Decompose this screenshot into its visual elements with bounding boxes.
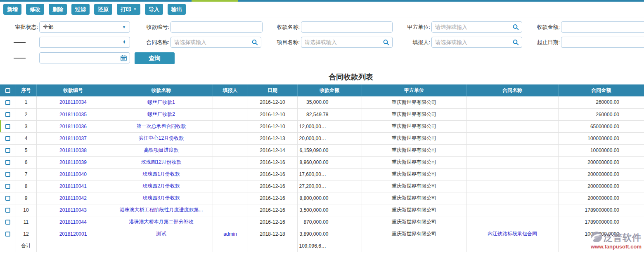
date: 2016-12-16 bbox=[248, 180, 297, 192]
receipt-code-link[interactable]: 2018110043 bbox=[59, 207, 87, 213]
row-checkbox[interactable] bbox=[5, 136, 10, 141]
receipt-name-link[interactable]: 高铁项目进度款 bbox=[144, 147, 179, 153]
date-range-input[interactable] bbox=[561, 37, 644, 48]
row-checkbox[interactable] bbox=[5, 184, 10, 189]
toolbar-export-button[interactable]: 输出 bbox=[168, 4, 186, 15]
receipt-name-link[interactable]: 玫瑰园2月份收款 bbox=[142, 183, 180, 189]
row-select-cell[interactable] bbox=[0, 216, 16, 228]
receipt-code-link[interactable]: 2018110044 bbox=[59, 219, 87, 225]
select-all-checkbox[interactable] bbox=[5, 88, 10, 93]
party-a-input[interactable] bbox=[431, 21, 522, 33]
approval-status-select[interactable]: 全部 ▼ bbox=[39, 21, 130, 33]
toolbar-restore-button[interactable]: 还原 bbox=[94, 4, 112, 15]
search-icon[interactable] bbox=[513, 39, 519, 45]
stepper-arrows-icon[interactable]: ▲▼ bbox=[123, 40, 126, 45]
receipt-code-link[interactable]: 2018120001 bbox=[59, 231, 87, 237]
row-checkbox[interactable] bbox=[5, 100, 10, 105]
row-select-cell[interactable] bbox=[0, 156, 16, 168]
row-select-cell[interactable] bbox=[0, 96, 16, 108]
search-icon[interactable] bbox=[513, 24, 519, 30]
party-a-unit: 重庆新世界有限公司 bbox=[362, 96, 466, 108]
date: 2016-12-16 bbox=[248, 168, 297, 180]
party-a-unit: 重庆新世界有限公司 bbox=[362, 204, 466, 216]
toolbar-button-label: 新增 bbox=[7, 6, 18, 13]
filler-link[interactable]: admin bbox=[223, 231, 237, 237]
receipt-amount: 8,960,000.00 bbox=[297, 156, 362, 168]
approval-status-label: 审批状态: bbox=[9, 23, 38, 31]
row-select-cell[interactable] bbox=[0, 120, 16, 132]
row-checkbox[interactable] bbox=[5, 172, 10, 177]
toolbar-add-button[interactable]: 新增 bbox=[3, 4, 21, 15]
search-icon[interactable] bbox=[252, 39, 258, 45]
row-select-cell[interactable] bbox=[0, 204, 16, 216]
row-checkbox[interactable] bbox=[5, 112, 10, 117]
row-select-cell[interactable] bbox=[0, 108, 16, 120]
receipt-name-link[interactable]: 第一次总承包合同收款 bbox=[137, 123, 186, 129]
row-select-cell[interactable] bbox=[0, 144, 16, 156]
row-select-cell[interactable] bbox=[0, 132, 16, 144]
toolbar-delete-button[interactable]: 删除 bbox=[49, 4, 67, 15]
receipt-code-link[interactable]: 2018110034 bbox=[59, 99, 87, 105]
date-input[interactable] bbox=[39, 52, 130, 63]
row-checkbox[interactable] bbox=[5, 208, 10, 213]
date: 2016-12-16 bbox=[248, 156, 297, 168]
receipt-code-link[interactable]: 2018110038 bbox=[59, 148, 87, 153]
contract-name-link[interactable]: 内江铁路标段承包合同 bbox=[488, 231, 537, 237]
receipt-code-link[interactable]: 2018110036 bbox=[59, 124, 87, 129]
filler bbox=[213, 96, 248, 108]
row-checkbox[interactable] bbox=[5, 160, 10, 165]
receipt-name-link[interactable]: 玫瑰园1月份收款 bbox=[142, 171, 180, 177]
row-checkbox[interactable] bbox=[5, 196, 10, 201]
toolbar-print-button[interactable]: 打印▼ bbox=[117, 4, 140, 15]
receipt-name: 港珠澳大桥工程阶段性月度进度款第... bbox=[110, 204, 213, 216]
amount-spinner-input[interactable] bbox=[39, 37, 130, 48]
receipt-name-link[interactable]: 螺丝厂收款1 bbox=[147, 99, 175, 105]
receipt-name: 玫瑰园12月份收款 bbox=[110, 156, 213, 168]
table-row: 82018110041玫瑰园2月份收款2016-12-1627,200,000.… bbox=[0, 180, 644, 192]
toolbar-button-label: 修改 bbox=[30, 6, 40, 13]
receipt-name: 滨江中心12月份收款 bbox=[110, 132, 213, 144]
project-name-input[interactable] bbox=[301, 37, 393, 48]
receipt-code-link[interactable]: 2018110037 bbox=[59, 136, 87, 141]
receipt-code-link[interactable]: 2018110039 bbox=[59, 159, 87, 165]
receipt-name-link[interactable]: 港珠澳大桥工程阶段性月度进度款第... bbox=[119, 207, 203, 213]
select-all-header[interactable] bbox=[0, 84, 16, 96]
receipt-name-link[interactable]: 玫瑰园3月份收款 bbox=[142, 195, 180, 201]
receipt-code-link[interactable]: 2018110042 bbox=[59, 195, 87, 201]
party-a-label: 甲方单位: bbox=[401, 23, 430, 31]
receipt-code-link[interactable]: 2018110040 bbox=[59, 171, 87, 177]
toolbar-filter-button[interactable]: 过滤 bbox=[71, 4, 90, 15]
row-index: 6 bbox=[16, 156, 36, 168]
row-checkbox[interactable] bbox=[5, 148, 10, 153]
row-checkbox[interactable] bbox=[5, 232, 10, 237]
receipt-name-input[interactable] bbox=[301, 21, 393, 33]
receipt-amount-label: 收款金额: bbox=[531, 23, 560, 31]
contract-name-input[interactable] bbox=[170, 37, 261, 48]
query-button[interactable]: 查询 bbox=[135, 52, 175, 64]
row-checkbox[interactable] bbox=[5, 220, 10, 225]
toolbar-button-label: 删除 bbox=[52, 6, 63, 13]
receipt-no-input[interactable] bbox=[170, 21, 263, 33]
receipt-name-link[interactable]: 滨江中心12月份收款 bbox=[139, 135, 184, 141]
filler-input[interactable] bbox=[431, 37, 522, 48]
row-index: 5 bbox=[16, 144, 36, 156]
toolbar-import-button[interactable]: 导入 bbox=[145, 4, 163, 15]
row-select-cell[interactable] bbox=[0, 180, 16, 192]
receipt-name-link[interactable]: 港珠澳大桥本月第二部分补收 bbox=[129, 219, 194, 225]
row-select-cell[interactable] bbox=[0, 168, 16, 180]
receipt-code-link[interactable]: 2018110041 bbox=[59, 183, 87, 189]
calendar-icon[interactable] bbox=[121, 55, 127, 61]
receipt-name-link[interactable]: 螺丝厂收款2 bbox=[147, 111, 175, 117]
approval-status-value: 全部 bbox=[43, 23, 54, 31]
receipt-name-link[interactable]: 测试 bbox=[156, 231, 166, 237]
receipt-code-link[interactable]: 2018110035 bbox=[59, 112, 87, 117]
toolbar-edit-button[interactable]: 修改 bbox=[26, 4, 44, 15]
row-select-cell[interactable] bbox=[0, 228, 16, 240]
row-checkbox[interactable] bbox=[5, 124, 10, 129]
receipt-amount-input[interactable] bbox=[561, 21, 644, 33]
row-select-cell[interactable] bbox=[0, 192, 16, 204]
search-icon[interactable] bbox=[383, 39, 389, 45]
receipt-name-link[interactable]: 玫瑰园12月份收款 bbox=[141, 159, 181, 165]
date: 2018-12-18 bbox=[248, 228, 297, 240]
contract-amount: 1789000000.00 bbox=[558, 204, 644, 216]
